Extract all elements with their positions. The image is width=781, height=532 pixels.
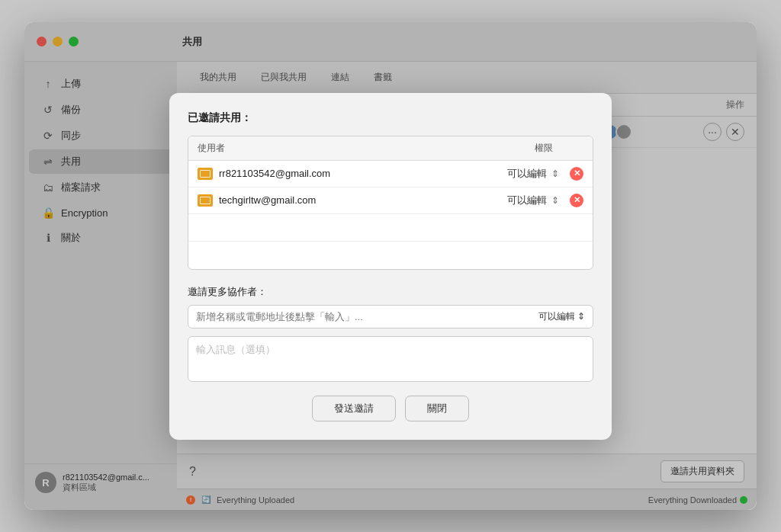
modal-actions: 發送邀請 關閉 [188, 396, 593, 421]
row-email-1: rr821103542@gmail.com [219, 168, 486, 179]
modal-row-1: rr821103542@gmail.com 可以編輯 ⇕ ✕ [188, 161, 593, 187]
email-icon-1 [198, 168, 213, 180]
col-header-user: 使用者 [198, 142, 477, 155]
col-header-perm: 權限 [477, 142, 553, 155]
row-email-2: techgirltw@gmail.com [219, 194, 486, 206]
invite-perm-label: 可以編輯 [538, 310, 575, 323]
modal-row-empty-1 [188, 214, 593, 242]
message-placeholder: 輸入訊息（選填） [196, 343, 585, 357]
invite-perm-chevron: ⇕ [577, 311, 585, 322]
modal-table-header: 使用者 權限 [188, 136, 593, 161]
modal-dialog: 已邀請共用： 使用者 權限 rr821103542@gmail.com 可以編輯… [169, 93, 612, 440]
row-perm-2: 可以編輯 [486, 194, 547, 207]
perm-stepper-1[interactable]: ⇕ [551, 168, 565, 179]
modal-title: 已邀請共用： [188, 111, 593, 125]
close-modal-button[interactable]: 關閉 [405, 396, 469, 421]
message-area[interactable]: 輸入訊息（選填） [188, 336, 593, 382]
perm-stepper-2[interactable]: ⇕ [551, 195, 565, 206]
modal-row-empty-2 [188, 242, 593, 269]
invite-perm-select[interactable]: 可以編輯 ⇕ [538, 310, 585, 323]
invite-section-title: 邀請更多協作者： [188, 285, 593, 299]
invited-users-table: 使用者 權限 rr821103542@gmail.com 可以編輯 ⇕ ✕ te… [188, 136, 593, 270]
modal-row-2: techgirltw@gmail.com 可以編輯 ⇕ ✕ [188, 187, 593, 214]
remove-button-1[interactable]: ✕ [570, 167, 583, 181]
invite-email-input[interactable] [196, 311, 538, 322]
app-window: 共用 ↑ 上傳 ↺ 備份 ⟳ 同步 ⇌ 共用 🗂 檔案請求 [24, 22, 757, 510]
modal-overlay: 已邀請共用： 使用者 權限 rr821103542@gmail.com 可以編輯… [24, 22, 757, 510]
col-header-action-empty [553, 142, 583, 155]
invite-input-row: 可以編輯 ⇕ [188, 305, 593, 328]
row-perm-1: 可以編輯 [486, 167, 547, 181]
send-invite-button[interactable]: 發送邀請 [312, 396, 396, 421]
email-icon-2 [198, 194, 213, 207]
remove-button-2[interactable]: ✕ [570, 194, 583, 207]
